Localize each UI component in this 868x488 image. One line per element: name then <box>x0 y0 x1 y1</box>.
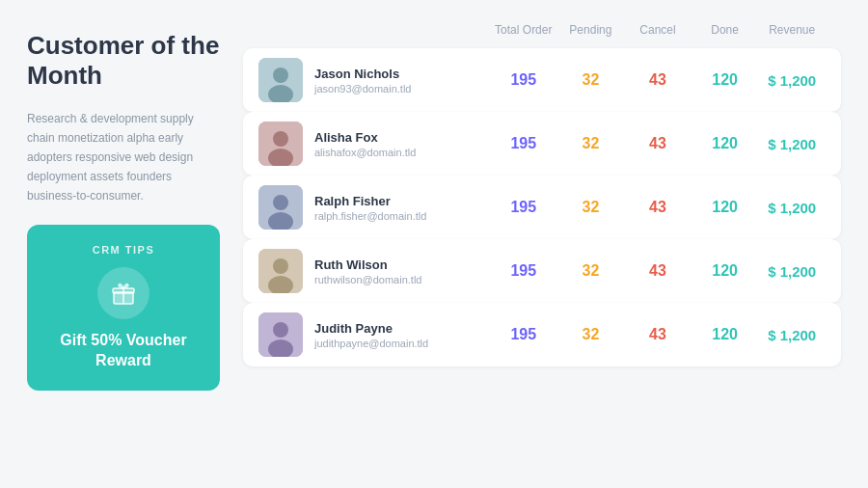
customer-table: Total Order Pending Cancel Done Revenue … <box>243 23 841 465</box>
customer-email: ruthwilson@domain.tld <box>314 274 421 285</box>
stat-done: 120 <box>692 135 759 152</box>
customer-email: judithpayne@domain.tld <box>314 338 428 349</box>
stat-cancel: 43 <box>624 326 692 343</box>
svg-point-16 <box>273 322 288 338</box>
svg-point-4 <box>273 68 288 83</box>
stat-pending: 32 <box>557 326 625 343</box>
customer-email: ralph.fisher@domain.tld <box>314 210 426 222</box>
table-row: Judith Payne judithpayne@domain.tld 195 … <box>243 303 841 366</box>
page-title: Customer of the Month <box>27 31 220 91</box>
crm-reward-text: Gift 50% Voucher Reward <box>42 331 204 371</box>
stat-cancel: 43 <box>624 71 692 89</box>
svg-point-7 <box>273 131 288 147</box>
sidebar-description: Research & development supply chain mone… <box>27 110 220 205</box>
col-header-revenue: Revenue <box>758 23 826 37</box>
customer-info: Ruth Wilson ruthwilson@domain.tld <box>258 249 490 293</box>
avatar <box>258 312 303 357</box>
stat-done: 120 <box>692 262 759 280</box>
stat-total-order: 195 <box>490 326 557 343</box>
stat-pending: 32 <box>557 199 625 216</box>
avatar <box>258 122 303 166</box>
table-rows: Jason Nichols jason93@domain.tld 195 32 … <box>243 48 841 366</box>
stat-revenue: $ 1,200 <box>758 72 826 89</box>
stat-total-order: 195 <box>490 71 557 89</box>
svg-point-13 <box>273 258 288 274</box>
table-row: Ruth Wilson ruthwilson@domain.tld 195 32… <box>243 239 841 303</box>
customer-info: Ralph Fisher ralph.fisher@domain.tld <box>258 185 490 230</box>
col-header-done: Done <box>692 23 759 37</box>
customer-name: Judith Payne <box>314 321 428 336</box>
stat-total-order: 195 <box>490 262 557 280</box>
crm-label: CRM TIPS <box>93 244 155 256</box>
customer-details: Jason Nichols jason93@domain.tld <box>314 67 411 95</box>
stat-total-order: 195 <box>490 135 557 152</box>
table-row: Ralph Fisher ralph.fisher@domain.tld 195… <box>243 176 841 239</box>
stat-revenue: $ 1,200 <box>758 200 826 216</box>
crm-tips-card: CRM TIPS Gift 50% Voucher Reward <box>27 225 220 391</box>
stat-done: 120 <box>692 326 759 343</box>
table-header: Total Order Pending Cancel Done Revenue <box>243 23 841 37</box>
avatar <box>258 185 303 230</box>
customer-name: Ralph Fisher <box>314 194 426 208</box>
stat-revenue: $ 1,200 <box>758 263 826 280</box>
customer-details: Alisha Fox alishafox@domain.tld <box>314 130 416 158</box>
stat-pending: 32 <box>557 135 625 152</box>
stat-revenue: $ 1,200 <box>758 327 826 343</box>
customer-email: alishafox@domain.tld <box>314 147 416 158</box>
col-header-cancel: Cancel <box>624 23 692 37</box>
avatar <box>258 249 303 293</box>
customer-name: Alisha Fox <box>314 130 416 145</box>
stat-done: 120 <box>692 71 759 89</box>
col-header-total: Total Order <box>490 23 557 37</box>
customer-email: jason93@domain.tld <box>314 83 411 95</box>
stat-revenue: $ 1,200 <box>758 136 826 152</box>
col-header-pending: Pending <box>557 23 625 37</box>
customer-name: Ruth Wilson <box>314 258 421 272</box>
sidebar: Customer of the Month Research & develop… <box>27 23 220 465</box>
customer-details: Judith Payne judithpayne@domain.tld <box>314 321 428 349</box>
col-header-name <box>258 23 490 37</box>
customer-details: Ruth Wilson ruthwilson@domain.tld <box>314 258 421 285</box>
avatar <box>258 58 303 102</box>
stat-cancel: 43 <box>624 199 692 216</box>
stat-done: 120 <box>692 199 759 216</box>
stat-pending: 32 <box>557 71 625 89</box>
stat-cancel: 43 <box>624 135 692 152</box>
customer-name: Jason Nichols <box>314 67 411 81</box>
customer-info: Alisha Fox alishafox@domain.tld <box>258 122 490 166</box>
customer-details: Ralph Fisher ralph.fisher@domain.tld <box>314 194 426 222</box>
customer-info: Jason Nichols jason93@domain.tld <box>258 58 490 102</box>
stat-total-order: 195 <box>490 199 557 216</box>
stat-cancel: 43 <box>624 262 692 280</box>
gift-icon <box>97 267 149 319</box>
table-row: Jason Nichols jason93@domain.tld 195 32 … <box>243 48 841 112</box>
svg-point-10 <box>273 195 288 210</box>
stat-pending: 32 <box>557 262 625 280</box>
table-row: Alisha Fox alishafox@domain.tld 195 32 4… <box>243 112 841 176</box>
customer-info: Judith Payne judithpayne@domain.tld <box>258 312 490 357</box>
